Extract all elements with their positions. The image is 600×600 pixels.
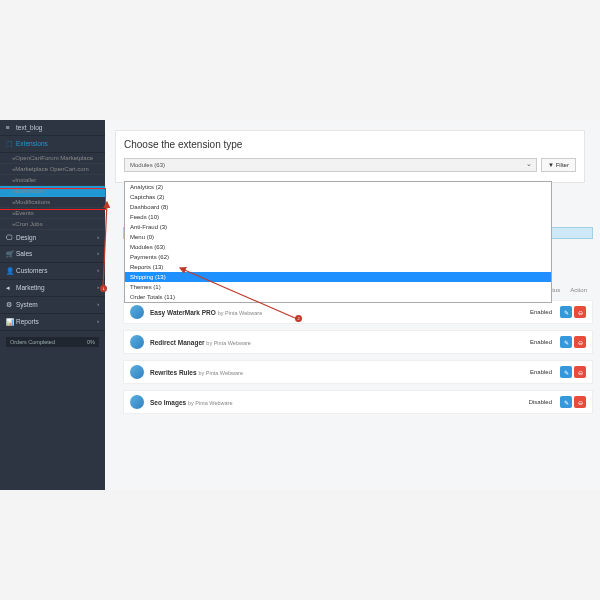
sidebar-item-reports[interactable]: 📊Reports› [0, 314, 105, 331]
panel-title: Choose the extension type [124, 139, 576, 150]
sidebar-sub-marketplace2[interactable]: » Marketplace OpenCart.com [0, 164, 105, 175]
delete-button[interactable]: ⊖ [574, 306, 586, 318]
module-icon [130, 305, 144, 319]
dd-payments[interactable]: Payments (62) [125, 252, 551, 262]
dd-modules[interactable]: Modules (63) [125, 242, 551, 252]
dd-ordertotals[interactable]: Order Totals (11) [125, 292, 551, 302]
annotation-num-2: 2 [295, 315, 302, 322]
delete-button[interactable]: ⊖ [574, 336, 586, 348]
col-action: Action [570, 287, 587, 293]
module-status: Enabled [530, 339, 552, 345]
module-status: Disabled [529, 399, 552, 405]
dd-dashboard[interactable]: Dashboard (8) [125, 202, 551, 212]
dd-reports[interactable]: Reports (13) [125, 262, 551, 272]
sidebar-item-customers[interactable]: 👤Customers› [0, 263, 105, 280]
sidebar-item-system[interactable]: ⚙System› [0, 297, 105, 314]
module-row: Easy WaterMark PRO by Pinta Webware Enab… [123, 300, 593, 324]
filter-button[interactable]: ▼ Filter [541, 158, 576, 172]
module-status: Enabled [530, 369, 552, 375]
dd-antifraud[interactable]: Anti-Fraud (3) [125, 222, 551, 232]
sidebar: ≡text_blog ⬚Extensions » OpenCartForum M… [0, 120, 105, 490]
orders-completed-stat: Orders Completed0% [6, 337, 99, 347]
module-name: Rewrites Rules by Pinta Webware [150, 369, 243, 376]
edit-button[interactable]: ✎ [560, 366, 572, 378]
module-status: Enabled [530, 309, 552, 315]
module-row: Rewrites Rules by Pinta Webware Enabled … [123, 360, 593, 384]
edit-button[interactable]: ✎ [560, 396, 572, 408]
dd-feeds[interactable]: Feeds (10) [125, 212, 551, 222]
sidebar-item-extensions[interactable]: ⬚Extensions [0, 136, 105, 153]
module-icon [130, 365, 144, 379]
edit-button[interactable]: ✎ [560, 306, 572, 318]
edit-button[interactable]: ✎ [560, 336, 572, 348]
sidebar-sub-marketplace1[interactable]: » OpenCartForum Marketplace [0, 153, 105, 164]
sidebar-sub-installer[interactable]: » Installer [0, 175, 105, 186]
extension-type-select[interactable]: Modules (63) [124, 158, 537, 172]
extension-type-dropdown[interactable]: Analytics (2) Captchas (2) Dashboard (8)… [124, 181, 552, 303]
dd-shipping[interactable]: Shipping (13) [125, 272, 551, 282]
dd-captchas[interactable]: Captchas (2) [125, 192, 551, 202]
module-row: Redirect Manager by Pinta Webware Enable… [123, 330, 593, 354]
main-panel: Choose the extension type Modules (63) ▼… [115, 130, 585, 183]
delete-button[interactable]: ⊖ [574, 366, 586, 378]
sidebar-sub-cron[interactable]: » Cron Jobs [0, 219, 105, 230]
module-name: Seo Images by Pinta Webware [150, 399, 233, 406]
annotation-num-1: 1 [100, 285, 107, 292]
annotation-highlight-1 [0, 188, 106, 210]
sidebar-item-design[interactable]: 🖵Design› [0, 230, 105, 246]
dd-themes[interactable]: Themes (1) [125, 282, 551, 292]
module-name: Redirect Manager by Pinta Webware [150, 339, 251, 346]
module-name: Easy WaterMark PRO by Pinta Webware [150, 309, 262, 316]
module-icon [130, 335, 144, 349]
sidebar-item-sales[interactable]: 🛒Sales› [0, 246, 105, 263]
dd-analytics[interactable]: Analytics (2) [125, 182, 551, 192]
sidebar-item-marketing[interactable]: ◂Marketing› [0, 280, 105, 297]
module-icon [130, 395, 144, 409]
dd-menu[interactable]: Menu (0) [125, 232, 551, 242]
module-row: Seo Images by Pinta Webware Disabled ✎⊖ [123, 390, 593, 414]
delete-button[interactable]: ⊖ [574, 396, 586, 408]
sidebar-item-blog[interactable]: ≡text_blog [0, 120, 105, 136]
